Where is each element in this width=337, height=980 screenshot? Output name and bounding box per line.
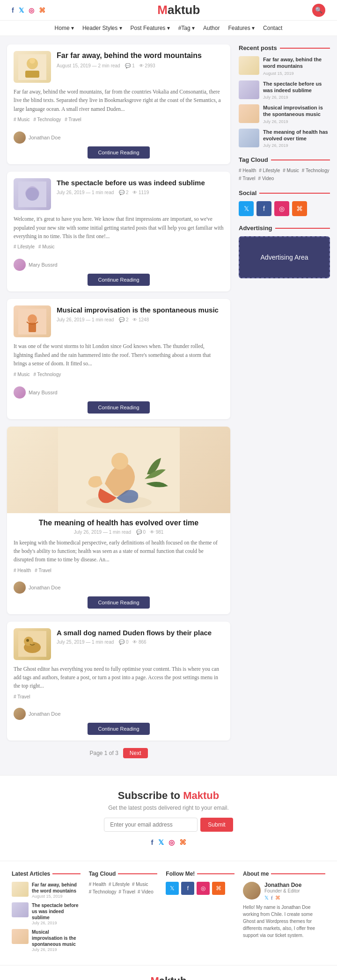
recent-date-2: July 26, 2019 [263,95,330,100]
post-2-continue[interactable]: Continue Reading [88,274,149,286]
sub-twitter[interactable]: 𝕏 [158,838,164,847]
ad-box[interactable]: Advertising Area [239,236,330,278]
author-avatar [14,131,26,144]
svg-point-7 [28,314,37,324]
footer-latest-title: Latest Articles [12,871,81,877]
about-name: Jonathan Doe [264,882,301,888]
footer-a3-title[interactable]: Musical improvisation is the spontaneous… [32,929,81,947]
stag-technology[interactable]: # Technology [302,168,330,173]
stag-travel[interactable]: # Travel [239,176,256,181]
post-4-continue[interactable]: Continue Reading [88,596,149,609]
ftag-technology[interactable]: # Technology [89,889,117,894]
nav-home[interactable]: Home ▾ [55,25,74,31]
author-name-3: Mary Bussrd [29,390,58,395]
footer-facebook-btn[interactable]: f [181,882,194,895]
post-1-thumb [14,51,51,83]
post-4-tags: # Health # Travel [14,568,224,573]
post-1-excerpt: Far far away, behind the word mountains,… [14,87,224,113]
about-facebook[interactable]: f [271,895,273,901]
pagination: Page 1 of 3 Next [7,748,230,758]
social-title: Social [239,189,330,196]
tag-cloud-title: Tag Cloud [239,156,330,163]
subscribe-email-input[interactable] [104,818,198,832]
footer-twitter-btn[interactable]: 𝕏 [166,882,179,895]
footer-tag-cloud: Tag Cloud # Health # Lifestyle # Music #… [89,871,158,956]
about-text: Hello! My name is Jonathan Doe working f… [243,904,325,939]
footer-follow-title: Follow Me! [166,871,234,877]
svg-point-15 [26,639,29,642]
recent-title-1[interactable]: Far far away, behind the word mountains [263,56,330,70]
ftag-music[interactable]: # Music [132,882,148,887]
stag-lifestyle[interactable]: # Lifestyle [259,168,280,173]
social-twitter-btn[interactable]: 𝕏 [239,201,254,216]
social-rss-btn[interactable]: ⌘ [292,201,307,216]
author-avatar-3 [14,386,26,399]
post-4-full-image [7,427,230,513]
tag-health-4[interactable]: # Health [14,568,31,573]
social-instagram-btn[interactable]: ◎ [274,201,289,216]
twitter-link[interactable]: 𝕏 [19,7,24,14]
recent-thumb-4 [239,129,259,147]
tag-travel-4[interactable]: # Travel [35,568,51,573]
post-1-continue[interactable]: Continue Reading [88,146,149,159]
footer-instagram-btn[interactable]: ◎ [197,882,210,895]
page-info: Page 1 of 3 [89,750,118,756]
post-3-title: Musical improvisation is the spontaneous… [57,305,224,315]
recent-title-2[interactable]: The spectacle before us was indeed subli… [263,80,330,94]
post-2-title: The spectacle before us was indeed subli… [57,178,224,188]
nav-contact[interactable]: Contact [263,25,282,31]
tag-travel[interactable]: # Travel [65,117,81,122]
ftag-lifestyle[interactable]: # Lifestyle [109,882,130,887]
facebook-link[interactable]: f [12,7,14,14]
ftag-health[interactable]: # Health [89,882,106,887]
nav-tag[interactable]: #Tag ▾ [178,25,195,31]
svg-point-3 [29,58,35,64]
footer-a1-title[interactable]: Far far away, behind the word mountains [32,882,81,894]
next-page-button[interactable]: Next [123,748,148,758]
main-content: Far far away, behind the word mountains … [7,44,230,767]
sub-facebook[interactable]: f [151,838,154,847]
footer-rss-btn[interactable]: ⌘ [212,882,225,895]
nav-features[interactable]: Features ▾ [228,25,255,31]
about-rss[interactable]: ⌘ [275,895,280,901]
rss-link[interactable]: ⌘ [39,7,45,14]
post-1-author: Jonathan Doe [14,131,61,144]
tag-tech-3[interactable]: # Technology [33,372,61,377]
stag-music[interactable]: # Music [283,168,299,173]
nav-post-features[interactable]: Post Features ▾ [131,25,170,31]
nav-header-styles[interactable]: Header Styles ▾ [82,25,122,31]
tag-technology[interactable]: # Technology [33,117,61,122]
recent-title-3[interactable]: Musical improvisation is the spontaneous… [263,104,330,118]
tag-music-3[interactable]: # Music [14,372,29,377]
sub-rss[interactable]: ⌘ [179,838,186,847]
tag-travel-5[interactable]: # Travel [14,694,30,699]
instagram-link[interactable]: ◎ [29,7,34,14]
recent-title-4[interactable]: The meaning of health has evolved over t… [263,129,330,142]
tag-music[interactable]: # Music [14,117,29,122]
subscribe-submit-button[interactable]: Submit [200,818,233,832]
footer-tag-title: Tag Cloud [89,871,158,877]
post-5-continue[interactable]: Continue Reading [88,723,149,735]
post-1-meta: August 15, 2019 — 2 min read 💬 1 👁 2993 [57,63,224,68]
search-button[interactable]: 🔍 [312,4,325,17]
post-5-title: A small dog named Duden flows by their p… [57,628,224,638]
sub-instagram[interactable]: ◎ [168,838,175,847]
post-card-5: A small dog named Duden flows by their p… [7,622,230,740]
post-card-1: Far far away, behind the word mountains … [7,44,230,164]
tag-lifestyle[interactable]: # Lifestyle [14,244,35,249]
post-3-continue[interactable]: Continue Reading [88,401,149,414]
ftag-travel[interactable]: # Travel [118,889,135,894]
tag-music[interactable]: # Music [38,244,54,249]
stag-health[interactable]: # Health [239,168,256,173]
recent-posts-section: Recent posts Far far away, behind the wo… [239,44,330,148]
social-facebook-btn[interactable]: f [256,201,271,216]
post-5-author: Jonathan Doe [14,708,61,720]
footer-follow: Follow Me! 𝕏 f ◎ ⌘ [166,871,234,956]
about-twitter[interactable]: 𝕏 [264,895,269,901]
advertising-title: Advertising [239,225,330,232]
nav-author[interactable]: Author [203,25,220,31]
ftag-video[interactable]: # Video [138,889,154,894]
footer-a2-date: July 26, 2019 [32,921,81,925]
stag-video[interactable]: # Video [258,176,274,181]
footer-a2-title[interactable]: The spectacle before us was indeed subli… [32,902,81,921]
